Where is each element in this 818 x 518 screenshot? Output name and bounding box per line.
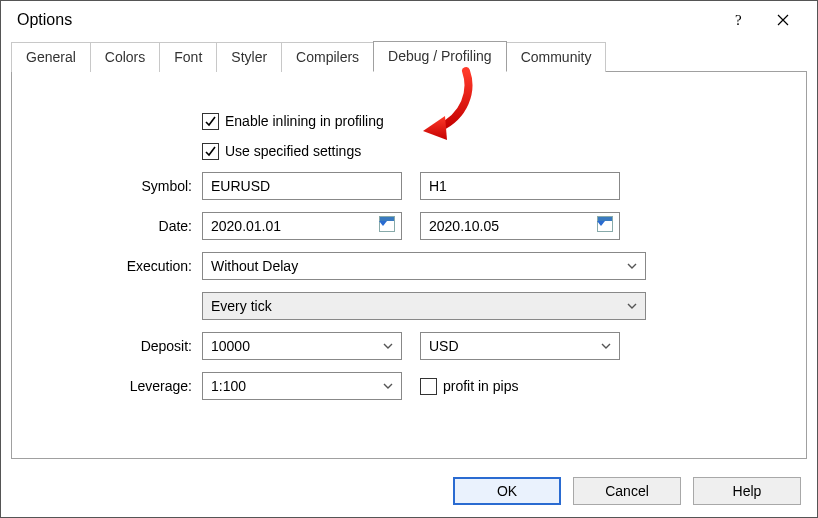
execution-value: Without Delay (211, 258, 298, 274)
tab-community[interactable]: Community (506, 42, 607, 72)
currency-value: USD (429, 338, 459, 354)
symbol-label: Symbol: (12, 178, 202, 194)
tab-debug-profiling[interactable]: Debug / Profiling (373, 41, 507, 72)
deposit-label: Deposit: (12, 338, 202, 354)
tab-colors[interactable]: Colors (90, 42, 160, 72)
button-bar: OK Cancel Help (1, 465, 817, 517)
execution-label: Execution: (12, 258, 202, 274)
close-button[interactable] (761, 5, 805, 35)
calendar-icon (379, 216, 395, 232)
enable-inlining-checkbox[interactable] (202, 113, 219, 130)
ok-button[interactable]: OK (453, 477, 561, 505)
svg-text:?: ? (735, 12, 742, 28)
title-bar: Options ? (1, 1, 817, 39)
timeframe-value: H1 (429, 178, 447, 194)
tab-general[interactable]: General (11, 42, 91, 72)
symbol-value: EURUSD (211, 178, 270, 194)
date-label: Date: (12, 218, 202, 234)
currency-combo[interactable]: USD (420, 332, 620, 360)
execution-combo[interactable]: Without Delay (202, 252, 646, 280)
help-button[interactable]: ? (717, 5, 761, 35)
chevron-down-icon (627, 263, 637, 269)
date-from-value: 2020.01.01 (211, 218, 281, 234)
deposit-combo[interactable]: 10000 (202, 332, 402, 360)
enable-inlining-label: Enable inlining in profiling (225, 113, 384, 129)
leverage-combo[interactable]: 1:100 (202, 372, 402, 400)
chevron-down-icon (627, 303, 637, 309)
tab-styler[interactable]: Styler (216, 42, 282, 72)
model-combo[interactable]: Every tick (202, 292, 646, 320)
chevron-down-icon (383, 343, 393, 349)
symbol-input[interactable]: EURUSD (202, 172, 402, 200)
window-title: Options (17, 11, 717, 29)
use-specified-label: Use specified settings (225, 143, 361, 159)
profit-in-pips-label: profit in pips (443, 378, 518, 394)
timeframe-input[interactable]: H1 (420, 172, 620, 200)
tab-compilers[interactable]: Compilers (281, 42, 374, 72)
leverage-label: Leverage: (12, 378, 202, 394)
chevron-down-icon (601, 343, 611, 349)
date-to-input[interactable]: 2020.10.05 (420, 212, 620, 240)
date-to-value: 2020.10.05 (429, 218, 499, 234)
help-button[interactable]: Help (693, 477, 801, 505)
tab-font[interactable]: Font (159, 42, 217, 72)
use-specified-checkbox[interactable] (202, 143, 219, 160)
deposit-value: 10000 (211, 338, 250, 354)
profit-in-pips-checkbox[interactable] (420, 378, 437, 395)
tab-strip: General Colors Font Styler Compilers Deb… (11, 39, 807, 71)
model-value: Every tick (211, 298, 272, 314)
cancel-button[interactable]: Cancel (573, 477, 681, 505)
date-from-input[interactable]: 2020.01.01 (202, 212, 402, 240)
leverage-value: 1:100 (211, 378, 246, 394)
chevron-down-icon (383, 383, 393, 389)
tab-pane: Enable inlining in profiling Use specifi… (11, 71, 807, 459)
calendar-icon (597, 216, 613, 232)
